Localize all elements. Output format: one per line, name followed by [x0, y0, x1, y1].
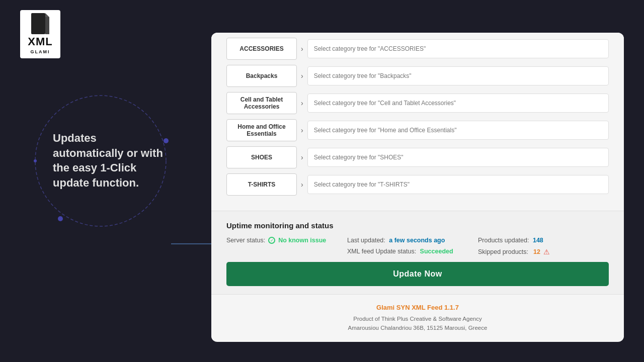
no-issue-text: No known issue: [278, 237, 326, 244]
chevron-icon-backpacks: ›: [301, 72, 303, 80]
category-input-home-office[interactable]: [307, 121, 609, 140]
category-label-accessories: ACCESSORIES: [226, 38, 297, 60]
xml-label: XML: [24, 35, 56, 48]
last-updated-value: a few seconds ago: [389, 237, 445, 244]
products-updated-value: 148: [533, 237, 543, 244]
category-label-shoes: SHOES: [226, 146, 297, 168]
category-row-tshirts: T-SHIRTS ›: [226, 173, 609, 196]
svg-point-4: [164, 138, 169, 143]
marketing-text-content: Updates automatically or with the easy 1…: [53, 132, 163, 189]
svg-point-5: [58, 216, 63, 221]
category-row-home-office: Home and Office Essentials ›: [226, 119, 609, 141]
category-row-accessories: ACCESSORIES ›: [226, 38, 609, 60]
category-label-cell-tablet: Cell and Tablet Accessories: [226, 92, 297, 114]
xml-feed-value: Succeeded: [420, 248, 453, 255]
marketing-text: Updates automatically or with the easy 1…: [53, 131, 164, 191]
chevron-icon-accessories: ›: [301, 45, 303, 53]
logo: XML GLAMI: [20, 10, 60, 55]
update-now-button[interactable]: Update Now: [226, 262, 609, 286]
category-input-cell-tablet[interactable]: [307, 94, 609, 113]
category-input-backpacks[interactable]: [307, 66, 609, 85]
chevron-icon-home-office: ›: [301, 126, 303, 134]
category-input-shoes[interactable]: [307, 148, 609, 167]
footer-brand: Glami SYN XML Feed 1.1.7: [221, 304, 614, 311]
footer-address: Product of Think Plus Creative & Softwar…: [221, 314, 614, 333]
svg-point-6: [34, 159, 37, 162]
category-input-tshirts[interactable]: [307, 175, 609, 194]
skipped-products-row: Skipped products: 12 ⚠: [478, 248, 550, 256]
svg-rect-2: [45, 17, 49, 34]
svg-rect-0: [31, 13, 45, 34]
category-label-home-office: Home and Office Essentials: [226, 119, 297, 141]
category-label-backpacks: Backpacks: [226, 65, 297, 87]
skipped-warning-icon: ⚠: [543, 248, 550, 256]
category-row-cell-tablet: Cell and Tablet Accessories ›: [226, 92, 609, 114]
products-updated-row: Products updated: 148: [478, 237, 550, 244]
panel-footer: Glami SYN XML Feed 1.1.7 Product of Thin…: [211, 294, 624, 341]
chevron-icon-shoes: ›: [301, 153, 303, 161]
server-status-icon: [268, 237, 275, 244]
chevron-icon-cell-tablet: ›: [301, 99, 303, 107]
status-section: Uptime monitoring and status Server stat…: [211, 211, 624, 294]
last-updated-row: Last updated: a few seconds ago: [347, 237, 458, 244]
status-section-title: Uptime monitoring and status: [226, 221, 609, 230]
server-status-row: Server status: No known issue: [226, 237, 327, 244]
category-label-tshirts: T-SHIRTS: [226, 173, 297, 196]
category-row-shoes: SHOES ›: [226, 146, 609, 168]
xml-feed-row: XML feed Update status: Succeeded: [347, 248, 458, 255]
glami-label: GLAMI: [24, 49, 56, 54]
skipped-products-value: 12: [533, 248, 540, 255]
svg-marker-1: [45, 13, 49, 17]
category-input-accessories[interactable]: [307, 39, 609, 58]
doc-icon: [24, 13, 56, 35]
category-row-backpacks: Backpacks ›: [226, 65, 609, 87]
chevron-icon-tshirts: ›: [301, 180, 303, 189]
server-status-label: Server status:: [226, 237, 265, 244]
main-panel: ACCESSORIES › Backpacks › Cell and Table…: [211, 33, 624, 342]
categories-area: ACCESSORIES › Backpacks › Cell and Table…: [211, 33, 624, 211]
